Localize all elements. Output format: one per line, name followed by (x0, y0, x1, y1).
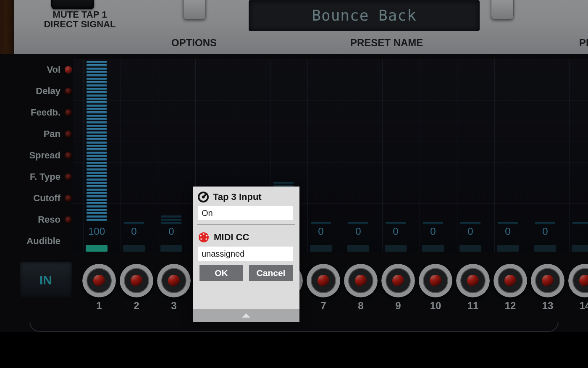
param-led-icon (65, 152, 72, 159)
param-label: Cutoff (33, 193, 60, 204)
prev-preset-button[interactable] (491, 0, 514, 19)
tap-track[interactable] (158, 59, 185, 226)
svg-point-3 (203, 233, 205, 235)
tap-audible-indicator[interactable] (345, 244, 372, 252)
tap-audible-indicator[interactable] (420, 244, 446, 252)
tap-audible-indicator[interactable] (494, 244, 521, 252)
param-row-audible[interactable]: Audible (18, 230, 72, 252)
tap-audible-indicator[interactable] (532, 244, 559, 252)
midi-cc-field[interactable] (198, 247, 293, 261)
preset-name-label: PRESET NAME (350, 37, 423, 49)
tap-value-readout: 100 (83, 226, 110, 242)
tap-track[interactable] (569, 59, 588, 226)
mute-label-line1: MUTE TAP 1 (53, 9, 107, 20)
popup-title: Tap 3 Input (213, 192, 262, 202)
tap-number-label: 8 (344, 300, 378, 312)
options-button[interactable] (183, 0, 206, 19)
tap-number-label: 2 (120, 300, 153, 312)
tap-knob-row: IN 1234567891011121314 (19, 258, 588, 325)
param-row-vol[interactable]: Vol (18, 59, 72, 80)
header-strip: MUTE TAP 1 DIRECT SIGNAL OPTIONS Bounce … (14, 0, 588, 54)
param-led-icon (65, 109, 72, 116)
tap-number-label: 14 (568, 300, 588, 312)
popup-midi-header: MIDI CC (193, 226, 299, 246)
param-label: Spread (29, 150, 60, 161)
tap-audible-indicator[interactable] (457, 244, 484, 252)
param-row-reso[interactable]: Reso (18, 209, 72, 230)
tap-input-popup: Tap 3 Input MIDI CC OK Cancel (193, 187, 299, 322)
param-row-delay[interactable]: Delay (18, 80, 72, 102)
param-label: Feedb. (31, 107, 60, 118)
popup-tail[interactable] (193, 309, 299, 322)
tap-input-knob[interactable] (120, 264, 153, 297)
tap-value-readout: 0 (532, 226, 559, 242)
in-button[interactable]: IN (19, 261, 72, 298)
tap-number-label: 7 (307, 300, 340, 312)
tap-track[interactable] (420, 59, 446, 226)
param-label: Vol (47, 64, 60, 75)
tap-input-knob[interactable] (157, 264, 191, 297)
tap-track[interactable] (83, 59, 110, 226)
tap-audible-indicator[interactable] (158, 244, 185, 252)
svg-point-6 (200, 238, 202, 240)
tap-value-readout: 0 (382, 226, 409, 242)
tap-input-knob[interactable] (82, 264, 116, 297)
tap-value-readout: 0 (307, 226, 334, 242)
param-led-icon (65, 66, 72, 74)
tap-value-readout: 0 (345, 226, 372, 242)
tap-input-knob[interactable] (494, 264, 527, 297)
tap-value-readout (569, 226, 588, 242)
tap-track[interactable] (457, 59, 484, 226)
param-row-feedb[interactable]: Feedb. (18, 102, 72, 123)
tap-audible-indicator[interactable] (569, 244, 588, 252)
param-led-icon (65, 87, 72, 95)
tap-input-knob[interactable] (568, 264, 588, 297)
tap-track[interactable] (382, 59, 409, 226)
mute-tap1-toggle[interactable] (51, 0, 94, 9)
tap-audible-indicator[interactable] (121, 244, 147, 252)
param-label: F. Type (30, 171, 60, 182)
midi-icon (198, 231, 210, 243)
tap-input-knob[interactable] (531, 264, 564, 297)
tap-input-knob[interactable] (307, 264, 340, 297)
tap-input-knob[interactable] (419, 264, 452, 297)
mute-tap1-label: MUTE TAP 1 DIRECT SIGNAL (34, 10, 126, 29)
param-led-icon (65, 130, 72, 138)
tap-number-label: 10 (419, 300, 452, 312)
knob-icon (198, 192, 209, 202)
tap-value-readout: 0 (121, 226, 147, 242)
tap-graph-area: 100000000000 (73, 59, 588, 252)
param-led-icon (65, 195, 72, 202)
param-row-spread[interactable]: Spread (18, 145, 72, 166)
tap-input-knob[interactable] (456, 264, 490, 297)
tap-track[interactable] (345, 59, 372, 226)
tap-audible-indicator[interactable] (382, 244, 409, 252)
tap-number-label: 12 (494, 300, 527, 312)
tap-track[interactable] (494, 59, 521, 226)
ok-button[interactable]: OK (200, 265, 243, 281)
tap-input-knob[interactable] (381, 264, 415, 297)
param-row-cutoff[interactable]: Cutoff (18, 187, 72, 209)
footer-edge (29, 322, 559, 332)
tap-number-label: 13 (531, 300, 564, 312)
tap-number-label: 3 (157, 300, 191, 312)
popup-header: Tap 3 Input (193, 187, 299, 205)
param-row-pan[interactable]: Pan (18, 123, 72, 145)
tap-track[interactable] (121, 59, 147, 226)
tap-number-label: 9 (381, 300, 415, 312)
tap-value-readout: 0 (494, 226, 521, 242)
tap-input-value-field[interactable] (198, 206, 293, 220)
cancel-button[interactable]: Cancel (249, 265, 293, 281)
tap-number-label: 1 (82, 300, 116, 312)
tap-track[interactable] (532, 59, 559, 226)
param-label: Reso (38, 214, 60, 225)
tap-track[interactable] (307, 59, 334, 226)
preset-name-display[interactable]: Bounce Back (249, 0, 480, 31)
param-label: Audible (26, 236, 60, 247)
param-labels-column: VolDelayFeedb.PanSpreadF. TypeCutoffReso… (18, 59, 72, 252)
tap-audible-indicator[interactable] (307, 244, 334, 252)
svg-point-1 (202, 196, 205, 199)
tap-audible-indicator[interactable] (83, 244, 110, 252)
tap-input-knob[interactable] (344, 264, 378, 297)
param-row-ftype[interactable]: F. Type (18, 166, 72, 187)
